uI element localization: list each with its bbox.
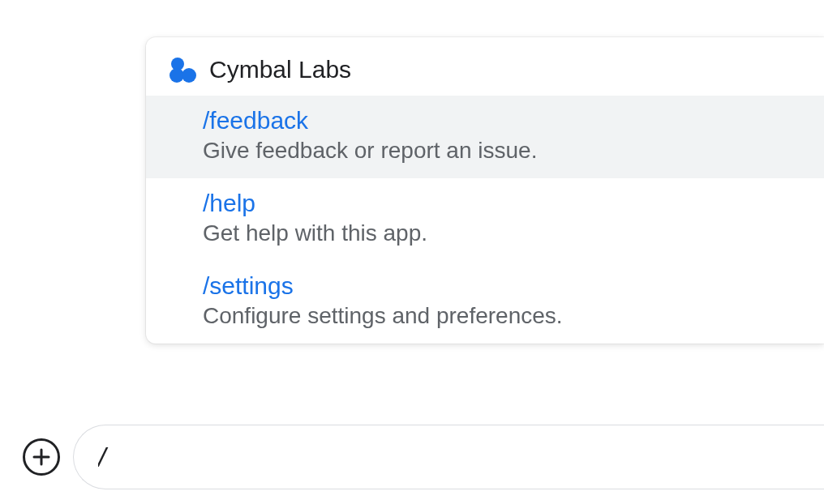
command-name: /help — [203, 190, 803, 217]
command-name: /feedback — [203, 107, 803, 135]
plus-icon — [32, 447, 51, 467]
command-popup: Cymbal Labs /feedback Give feedback or r… — [146, 37, 824, 344]
command-name: /settings — [203, 272, 803, 300]
command-item-feedback[interactable]: /feedback Give feedback or report an iss… — [146, 96, 824, 178]
command-description: Give feedback or report an issue. — [203, 138, 803, 164]
app-logo-icon — [167, 55, 196, 84]
command-description: Get help with this app. — [203, 220, 803, 246]
command-description: Configure settings and preferences. — [203, 303, 803, 329]
app-name: Cymbal Labs — [209, 56, 351, 83]
popup-header: Cymbal Labs — [146, 37, 824, 96]
command-item-settings[interactable]: /settings Configure settings and prefere… — [146, 261, 824, 344]
command-item-help[interactable]: /help Get help with this app. — [146, 178, 824, 261]
add-button[interactable] — [23, 438, 60, 476]
input-row — [23, 425, 824, 489]
message-input[interactable] — [98, 442, 800, 473]
message-input-container[interactable] — [73, 425, 824, 489]
svg-point-2 — [182, 68, 196, 83]
